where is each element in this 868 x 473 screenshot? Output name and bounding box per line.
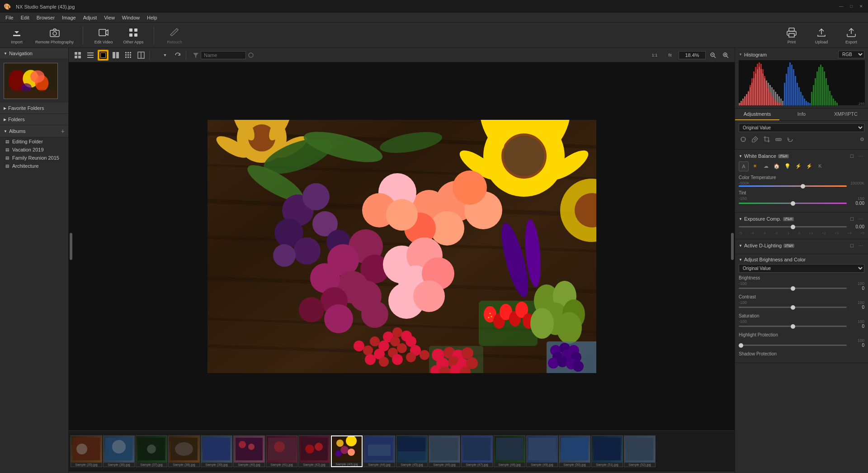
- film-thumb-45[interactable]: Sample (45).jpg: [396, 435, 428, 467]
- view-yellow-active[interactable]: [98, 50, 108, 61]
- image-view[interactable]: [69, 62, 735, 430]
- zoom-100-button[interactable]: fit: [663, 50, 677, 61]
- view-compare[interactable]: [136, 50, 146, 61]
- view-list[interactable]: [85, 50, 96, 61]
- wb-flash[interactable]: ⚡: [805, 161, 814, 170]
- menu-help[interactable]: Help: [143, 13, 161, 23]
- wb-toggle[interactable]: ☐: [848, 152, 855, 160]
- add-album-button[interactable]: +: [61, 128, 65, 134]
- exp-toggle[interactable]: ☐: [848, 215, 855, 222]
- albums-header[interactable]: ▼ Albums +: [0, 125, 68, 137]
- film-thumb-39[interactable]: Sample (39).jpg: [201, 435, 232, 467]
- histogram-channel-select[interactable]: RGB Red Green Blue: [838, 51, 864, 58]
- dl-toggle[interactable]: ☐: [848, 242, 855, 249]
- film-thumb-50[interactable]: Sample (50).jpg: [559, 435, 590, 467]
- color-temp-slider[interactable]: [739, 185, 847, 187]
- film-thumb-36[interactable]: Sample (36).jpg: [103, 435, 135, 467]
- brightness-slider[interactable]: [739, 288, 847, 289]
- histogram-triangle[interactable]: ▼: [739, 52, 742, 57]
- wb-expand[interactable]: ⋯: [857, 152, 864, 160]
- wb-daylight[interactable]: ☀: [750, 161, 760, 170]
- view-grid-large[interactable]: [72, 50, 83, 61]
- view-split[interactable]: [110, 50, 121, 61]
- adj-eyedropper[interactable]: [750, 135, 760, 144]
- edit-video-button[interactable]: Edit Video: [92, 26, 115, 44]
- scroll-handle-right[interactable]: [731, 233, 734, 260]
- film-thumb-49[interactable]: Sample (49).jpg: [526, 435, 558, 467]
- menu-image[interactable]: Image: [58, 13, 80, 23]
- print-button[interactable]: Print: [780, 26, 803, 44]
- album-item-family[interactable]: ▤ Family Reunion 2015: [0, 154, 68, 162]
- maximize-button[interactable]: □: [848, 3, 854, 9]
- film-thumb-51[interactable]: Sample (51).jpg: [591, 435, 623, 467]
- album-item-editing[interactable]: ▤ Editing Folder: [0, 137, 68, 146]
- upload-button[interactable]: Upload: [810, 26, 833, 44]
- adj-gear-icon[interactable]: ⚙: [860, 137, 864, 142]
- wb-shade[interactable]: 🏠: [772, 161, 781, 170]
- film-thumb-46[interactable]: Sample (46).jpg: [429, 435, 460, 467]
- tab-info[interactable]: Info: [779, 109, 824, 120]
- wb-tungsten[interactable]: 💡: [783, 161, 792, 170]
- wb-cloudy[interactable]: ☁: [761, 161, 770, 170]
- adj-crop[interactable]: [762, 135, 771, 144]
- film-thumb-35[interactable]: Sample (35).jpg: [71, 435, 102, 467]
- menu-window[interactable]: Window: [118, 13, 143, 23]
- wb-custom[interactable]: K: [816, 161, 825, 170]
- rotate-button[interactable]: [172, 50, 183, 61]
- original-value-select[interactable]: Original Value: [739, 123, 864, 132]
- menu-edit[interactable]: Edit: [17, 13, 33, 23]
- folders-header[interactable]: ▶ Folders: [0, 114, 68, 125]
- highlight-slider[interactable]: [739, 345, 847, 346]
- scroll-handle-left[interactable]: [70, 233, 72, 260]
- brightness-header[interactable]: ▼ Adjust Brightness and Color: [739, 257, 864, 262]
- film-thumb-41[interactable]: Sample (41).jpg: [266, 435, 297, 467]
- saturation-slider[interactable]: [739, 326, 847, 327]
- adj-rotate[interactable]: [786, 135, 795, 144]
- album-item-architecture[interactable]: ▤ Architecture: [0, 162, 68, 170]
- menu-adjust[interactable]: Adjust: [80, 13, 101, 23]
- zoom-in-button[interactable]: [720, 50, 731, 61]
- navigation-header[interactable]: ▼ Navigation: [0, 48, 68, 59]
- dl-expand[interactable]: ⋯: [857, 242, 864, 249]
- film-thumb-37[interactable]: Sample (37).jpg: [136, 435, 167, 467]
- film-thumb-48[interactable]: Sample (48).jpg: [494, 435, 525, 467]
- export-button[interactable]: Export: [840, 26, 863, 44]
- tint-slider[interactable]: [739, 203, 847, 204]
- zoom-fit-button[interactable]: 1:1: [648, 50, 661, 61]
- remote-photography-button[interactable]: Remote Photography: [35, 26, 74, 44]
- film-thumb-44[interactable]: Sample (44).jpg: [363, 435, 395, 467]
- adj-straighten[interactable]: [774, 135, 783, 144]
- tab-xmp-iptc[interactable]: XMP/IPTC: [824, 109, 868, 120]
- dlighting-header[interactable]: ▼ Active D-Lighting 2⅔R ☐ ⋯: [739, 242, 864, 249]
- film-thumb-42[interactable]: Sample (42).jpg: [298, 435, 330, 467]
- white-balance-header[interactable]: ▼ White Balance 2⅔R ☐ ⋯: [739, 152, 864, 160]
- film-thumb-40[interactable]: Sample (40).jpg: [233, 435, 265, 467]
- exp-expand[interactable]: ⋯: [857, 215, 864, 222]
- contrast-slider[interactable]: [739, 307, 847, 308]
- minimize-button[interactable]: —: [838, 3, 844, 9]
- menu-file[interactable]: File: [2, 13, 17, 23]
- wb-fluorescent[interactable]: ⚡: [794, 161, 803, 170]
- name-filter-input[interactable]: [201, 51, 246, 59]
- retouch-button[interactable]: Retouch: [163, 26, 186, 44]
- film-thumb-47[interactable]: Sample (47).jpg: [461, 435, 493, 467]
- menu-browser[interactable]: Browser: [33, 13, 58, 23]
- exposure-slider[interactable]: [739, 226, 847, 227]
- tab-adjustments[interactable]: Adjustments: [735, 109, 779, 120]
- sort-button[interactable]: ▼: [152, 50, 170, 61]
- film-thumb-43-selected[interactable]: Sample (43).jpg: [331, 435, 363, 467]
- brightness-original-value-select[interactable]: Original Value: [739, 264, 864, 273]
- favorite-folders-header[interactable]: ▶ Favorite Folders: [0, 103, 68, 114]
- import-button[interactable]: Import: [5, 26, 28, 44]
- album-item-vacation[interactable]: ▤ Vacation 2019: [0, 146, 68, 154]
- wb-auto[interactable]: A: [739, 161, 749, 171]
- exposure-header[interactable]: ▼ Exposure Comp. 2⅔R ☐ ⋯: [739, 215, 864, 222]
- film-thumb-52[interactable]: Sample (52).jpg: [624, 435, 656, 467]
- other-apps-button[interactable]: Other Apps: [122, 26, 145, 44]
- adj-color-picker[interactable]: [739, 135, 748, 144]
- zoom-out-button[interactable]: [708, 50, 718, 61]
- view-grid4[interactable]: [123, 50, 134, 61]
- film-thumb-38[interactable]: Sample (38).jpg: [168, 435, 200, 467]
- menu-view[interactable]: View: [100, 13, 118, 23]
- close-button[interactable]: ✕: [858, 3, 864, 9]
